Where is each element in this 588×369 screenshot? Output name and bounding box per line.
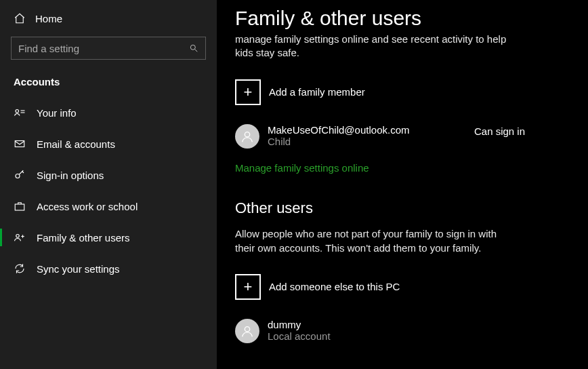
other-user-info: dummy Local account xyxy=(268,319,525,342)
sidebar-item-label: Sync your settings xyxy=(37,263,120,275)
svg-point-0 xyxy=(190,45,195,50)
svg-line-1 xyxy=(195,50,198,52)
other-users-description: Allow people who are not part of your fa… xyxy=(217,222,536,255)
sidebar-item-label: Access work or school xyxy=(37,201,138,212)
sidebar: Home Accounts Your info Email & accounts… xyxy=(0,0,217,369)
family-user-info: MakeUseOfChild@outlook.com Child xyxy=(268,124,466,147)
sidebar-item-sync-settings[interactable]: Sync your settings xyxy=(0,253,217,284)
main-content: Family & other users manage family setti… xyxy=(217,0,588,369)
add-other-label: Add someone else to this PC xyxy=(269,281,400,292)
other-user-row[interactable]: dummy Local account xyxy=(217,300,543,343)
svg-point-12 xyxy=(245,326,249,331)
search-input[interactable] xyxy=(18,43,189,54)
family-user-name: MakeUseOfChild@outlook.com xyxy=(268,124,466,136)
home-icon xyxy=(14,12,26,24)
sidebar-item-work-school[interactable]: Access work or school xyxy=(0,191,217,222)
sidebar-item-label: Sign-in options xyxy=(37,170,104,181)
sidebar-item-label: Email & accounts xyxy=(37,138,115,150)
people-plus-icon xyxy=(14,231,26,244)
family-user-status: Can sign in xyxy=(474,124,525,137)
page-title: Family & other users xyxy=(217,0,588,33)
svg-rect-5 xyxy=(15,141,24,147)
home-label: Home xyxy=(35,13,62,24)
sidebar-item-label: Family & other users xyxy=(37,232,130,244)
plus-icon: + xyxy=(235,274,261,300)
sidebar-section-title: Accounts xyxy=(0,69,217,97)
search-icon xyxy=(189,43,198,53)
svg-point-2 xyxy=(16,110,19,113)
person-card-icon xyxy=(14,106,26,119)
svg-point-8 xyxy=(16,235,20,238)
add-family-label: Add a family member xyxy=(269,86,365,98)
mail-icon xyxy=(14,138,26,150)
other-users-heading: Other users xyxy=(217,174,588,222)
sidebar-item-email-accounts[interactable]: Email & accounts xyxy=(0,128,217,159)
sync-icon xyxy=(14,263,26,275)
plus-icon: + xyxy=(235,79,261,105)
sidebar-item-signin-options[interactable]: Sign-in options xyxy=(0,159,217,191)
home-button[interactable]: Home xyxy=(0,0,217,31)
other-user-type: Local account xyxy=(268,330,525,342)
sidebar-item-label: Your info xyxy=(37,107,77,119)
key-icon xyxy=(14,169,26,181)
family-intro-text: manage family settings online and see re… xyxy=(217,33,543,60)
family-user-role: Child xyxy=(268,136,466,147)
avatar xyxy=(235,124,259,149)
family-user-row[interactable]: MakeUseOfChild@outlook.com Child Can sig… xyxy=(217,105,543,149)
search-box[interactable] xyxy=(11,37,206,60)
svg-point-11 xyxy=(245,132,249,136)
add-other-user-button[interactable]: + Add someone else to this PC xyxy=(217,255,588,300)
avatar xyxy=(235,319,259,343)
other-user-name: dummy xyxy=(268,319,525,330)
svg-point-6 xyxy=(16,174,20,178)
manage-family-link[interactable]: Manage family settings online xyxy=(217,149,529,174)
sidebar-nav: Your info Email & accounts Sign-in optio… xyxy=(0,97,217,284)
svg-rect-7 xyxy=(15,204,24,210)
sidebar-item-family-other-users[interactable]: Family & other users xyxy=(0,222,217,253)
sidebar-item-your-info[interactable]: Your info xyxy=(0,97,217,128)
add-family-member-button[interactable]: + Add a family member xyxy=(217,60,588,105)
briefcase-icon xyxy=(14,200,26,212)
